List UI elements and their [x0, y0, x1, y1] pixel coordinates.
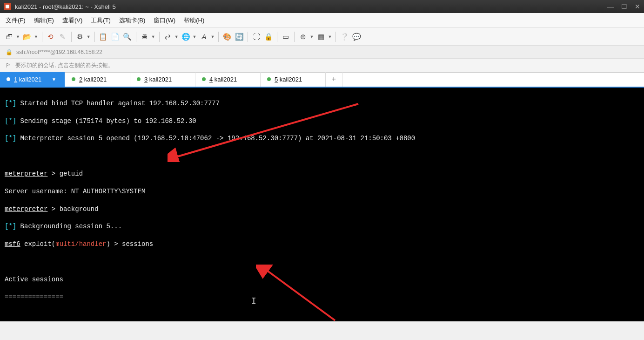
session-tabstrip: 1 kali2021 ▼ 2 kali2021 3 kali2021 4 kal… — [0, 73, 644, 88]
lock-icon[interactable]: 🔒 — [264, 32, 273, 41]
layout-icon[interactable]: ▭ — [281, 32, 290, 41]
tile-icon[interactable]: ▦ — [316, 32, 326, 41]
session-tab-3[interactable]: 3 kali2021 — [130, 72, 195, 87]
tab-label: kali2021 — [149, 76, 172, 83]
term-line: =============== — [5, 293, 63, 300]
status-dot-icon — [202, 77, 206, 81]
term-line: [*] — [5, 117, 16, 125]
app-icon — [4, 3, 11, 10]
tab-label: kali2021 — [84, 76, 107, 83]
hint-text: 要添加的的会话, 点击左侧的箭头按钮。 — [15, 61, 114, 69]
term-line: Backgrounding session 5... — [16, 223, 122, 230]
menu-help[interactable]: 帮助(H) — [184, 16, 204, 25]
paste-icon[interactable]: 📄 — [111, 32, 120, 41]
term-line: ) > sessions — [106, 240, 153, 248]
term-line: exploit( — [20, 240, 56, 248]
address-bar: 🔒 ssh://root*****@192.168.46.158:22 — [0, 46, 644, 59]
font-icon[interactable]: A — [200, 32, 209, 41]
properties-icon[interactable]: ⚙ — [75, 32, 85, 41]
session-tab-4[interactable]: 4 kali2021 — [195, 72, 261, 87]
transfer-icon[interactable]: ⇄ — [163, 32, 173, 41]
window-controls: — ☐ ✕ — [607, 3, 640, 10]
open-folder-icon[interactable]: 📂 — [23, 32, 32, 41]
tab-number: 2 — [79, 76, 82, 83]
term-line: [*] — [5, 223, 16, 230]
tab-number: 5 — [275, 76, 278, 83]
svg-line-1 — [174, 104, 358, 157]
session-tab-2[interactable]: 2 kali2021 — [65, 72, 130, 87]
status-dot-icon — [137, 77, 141, 81]
term-line: [*] — [5, 135, 16, 142]
term-line: > getuid — [47, 170, 83, 177]
help-icon[interactable]: ❔ — [340, 32, 349, 41]
new-session-icon[interactable]: 🗗 — [5, 32, 14, 41]
hint-bar: 🏳 要添加的的会话, 点击左侧的箭头按钮。 — [0, 59, 644, 73]
menu-tools[interactable]: 工具(T) — [91, 16, 111, 25]
bookmark-icon[interactable]: 🏳 — [6, 62, 12, 69]
tab-label: kali2021 — [215, 76, 237, 83]
tab-label: kali2021 — [19, 76, 41, 83]
fullscreen-icon[interactable]: ⛶ — [252, 32, 261, 41]
tab-number: 1 — [14, 76, 17, 83]
toolbar: 🗗▼ 📂▼ ⟲ ✎ ⚙▼ 📋 📄 🔍 🖶▼ ⇄▼ 🌐▼ A▼ 🎨 🔄 ⛶ 🔒 ▭… — [0, 28, 644, 46]
new-tab-button[interactable]: + — [326, 72, 342, 87]
status-dot-icon — [267, 77, 271, 81]
session-tab-1[interactable]: 1 kali2021 ▼ — [0, 72, 65, 87]
menu-window[interactable]: 窗口(W) — [154, 16, 175, 25]
close-button[interactable]: ✕ — [635, 3, 640, 10]
prompt: msf6 — [5, 240, 20, 248]
globe-icon[interactable]: 🌐 — [181, 32, 191, 41]
copy-icon[interactable]: 📋 — [99, 32, 108, 41]
term-line: Meterpreter session 5 opened (192.168.52… — [16, 135, 415, 142]
term-line: > background — [47, 205, 98, 213]
tab-number: 4 — [209, 76, 213, 83]
tab-number: 3 — [144, 76, 148, 83]
terminal-pane[interactable]: [*] Started bind TCP handler against 192… — [0, 88, 644, 321]
find-icon[interactable]: 🔍 — [123, 32, 132, 41]
chat-icon[interactable]: 💬 — [352, 32, 361, 41]
window-title: kali2021 - root@kali2021: ~ - Xshell 5 — [15, 3, 607, 10]
maximize-button[interactable]: ☐ — [621, 3, 627, 10]
tab-label: kali2021 — [280, 76, 302, 83]
color-icon[interactable]: 🎨 — [222, 32, 232, 41]
status-dot-icon — [7, 77, 10, 81]
print-icon[interactable]: 🖶 — [140, 32, 149, 41]
tab-dropdown-icon[interactable]: ▼ — [52, 77, 56, 82]
reconnect-icon[interactable]: ⟲ — [46, 32, 55, 41]
address-url[interactable]: ssh://root*****@192.168.46.158:22 — [16, 49, 102, 55]
term-line: Server username: NT AUTHORITY\SYSTEM — [5, 188, 145, 195]
term-line: Sending stage (175174 bytes) to 192.168.… — [16, 117, 196, 125]
window-titlebar: kali2021 - root@kali2021: ~ - Xshell 5 —… — [0, 0, 644, 13]
menu-edit[interactable]: 编辑(E) — [34, 16, 54, 25]
status-dot-icon — [72, 77, 75, 81]
minimize-button[interactable]: — — [607, 3, 614, 10]
palette-icon[interactable]: 🔄 — [235, 32, 244, 41]
menu-tabs[interactable]: 选项卡(B) — [119, 16, 145, 25]
add-icon[interactable]: ⊕ — [298, 32, 308, 41]
term-line: multi/handler — [55, 240, 106, 248]
menu-view[interactable]: 查看(V) — [62, 16, 82, 25]
term-line: [*] — [5, 100, 16, 107]
prompt: meterpreter — [5, 205, 47, 213]
disconnect-icon[interactable]: ✎ — [58, 32, 67, 41]
term-line: Started bind TCP handler against 192.168… — [16, 100, 220, 107]
session-tab-5[interactable]: 5 kali2021 — [261, 72, 326, 87]
ssh-lock-icon: 🔒 — [6, 49, 13, 55]
term-line: Active sessions — [5, 276, 63, 283]
menu-bar: 文件(F) 编辑(E) 查看(V) 工具(T) 选项卡(B) 窗口(W) 帮助(… — [0, 13, 644, 28]
menu-file[interactable]: 文件(F) — [6, 16, 26, 25]
prompt: meterpreter — [5, 170, 47, 177]
